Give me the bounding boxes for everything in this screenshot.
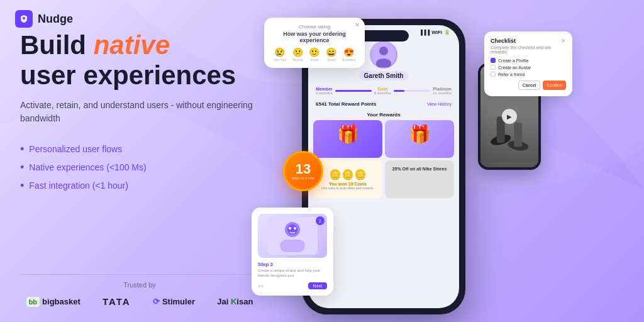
rating-popup: ✕ Choose rating How was your ordering ex… bbox=[264, 18, 365, 68]
profile-name: Gareth Smith bbox=[359, 71, 409, 80]
reward-card-gift-2: 🎁 bbox=[385, 120, 454, 158]
svg-point-3 bbox=[379, 47, 388, 55]
total-points: 6541 Total Reward Points bbox=[316, 101, 376, 107]
checklist-item-1: Create a Profile bbox=[491, 58, 566, 63]
feature-1: Personalized user flows bbox=[20, 143, 259, 156]
svg-rect-7 bbox=[280, 240, 305, 252]
streak-badge: 13 days in a row bbox=[283, 151, 323, 191]
reward-card-gift-1: 🎁 bbox=[313, 120, 382, 158]
coins-label: You won 10 Coins bbox=[329, 182, 367, 186]
progress-fill-1 bbox=[335, 90, 372, 92]
checkbox-3[interactable] bbox=[491, 72, 496, 77]
rewards-section: Your Rewards 🎁 🎁 🪙🪙🪙 You won 10 Coins Us… bbox=[308, 109, 459, 201]
view-history-link[interactable]: View History bbox=[427, 102, 452, 106]
rewards-title: Your Rewards bbox=[313, 112, 454, 118]
trusted-label: Trusted by bbox=[20, 274, 259, 289]
checklist-title: Checklist bbox=[491, 38, 516, 44]
checkbox-2[interactable] bbox=[491, 65, 496, 70]
emoji-excellent[interactable]: 😍 Excellent bbox=[343, 47, 355, 62]
step-image: 2 bbox=[258, 214, 327, 258]
progress-steps: Member 3 months Gold 6 months Platinum bbox=[316, 87, 452, 95]
avatar bbox=[370, 41, 397, 69]
gift-icon-1: 🎁 bbox=[337, 124, 359, 145]
svg-point-9 bbox=[289, 227, 291, 230]
play-button[interactable]: ▶ bbox=[502, 109, 517, 124]
brand-stimuler: ⟳ Stimuler bbox=[153, 297, 195, 306]
left-content: Build native user experiences Activate, … bbox=[20, 30, 259, 213]
checklist-item-2: Create an Avatar bbox=[491, 65, 566, 70]
headline-build: Build bbox=[20, 30, 86, 60]
svg-rect-16 bbox=[514, 123, 522, 147]
progress-line-2 bbox=[394, 90, 430, 92]
headline-native: native bbox=[94, 30, 170, 60]
gift-icon-2: 🎁 bbox=[409, 124, 431, 145]
step-member: Member 3 months bbox=[316, 87, 333, 95]
rating-choose-label: Choose rating bbox=[270, 24, 358, 30]
checklist-popup: Checklist ✕ Complete the checklist and w… bbox=[484, 31, 572, 96]
checklist-item-3: Refer a friend bbox=[491, 72, 566, 77]
progress-section: Member 3 months Gold 6 months Platinum bbox=[308, 84, 459, 99]
brand-name: Nudge bbox=[38, 13, 73, 26]
feature-2: Native experiences (<100 Ms) bbox=[20, 161, 259, 174]
header: Nudge bbox=[15, 10, 73, 28]
step-number-label: Step 2 bbox=[258, 262, 327, 267]
checklist-subtitle: Complete the checklist and win rewards! bbox=[491, 45, 566, 54]
rating-close-button[interactable]: ✕ bbox=[355, 21, 360, 28]
cancel-button[interactable]: Cancel bbox=[518, 80, 541, 90]
phone-notch bbox=[358, 30, 409, 42]
brand-jaikisan: Jai Kisan bbox=[217, 297, 253, 306]
step-platinum: Platinum 11 months bbox=[433, 87, 452, 95]
streak-label: days in a row bbox=[292, 176, 314, 180]
reward-card-nike: 25% Off on all Nike Stores bbox=[385, 160, 454, 198]
step-footer: 2/4 Next bbox=[258, 282, 327, 289]
brand-bigbasket: bb bigbasket bbox=[26, 297, 80, 307]
trusted-by-section: Trusted by bb bigbasket TATA ⟳ Stimuler … bbox=[20, 274, 259, 307]
emoji-very-bad[interactable]: 😢 Very Bad bbox=[274, 47, 286, 62]
step-gold: Gold 6 months bbox=[374, 87, 391, 95]
rewards-points-bar: 6541 Total Reward Points View History bbox=[308, 99, 459, 109]
step-card-popup: 2 Step 2 Create a unique avatar and help… bbox=[252, 208, 333, 296]
rating-emojis: 😢 Very Bad 😕 Neutral 🙂 Good 😄 Great 😍 Ex… bbox=[270, 47, 358, 62]
emoji-great[interactable]: 😄 Great bbox=[326, 47, 336, 62]
headline: Build native user experiences bbox=[20, 30, 259, 91]
checklist-actions: Cancel Confirm bbox=[491, 80, 566, 90]
svg-point-1 bbox=[23, 17, 25, 19]
headline-rest: user experiences bbox=[20, 60, 236, 90]
emoji-good[interactable]: 🙂 Good bbox=[309, 47, 319, 62]
step-description: Create a unique avatar and help your fri… bbox=[258, 269, 327, 279]
checkbox-1[interactable] bbox=[491, 58, 496, 63]
streak-circle: 13 days in a row bbox=[283, 151, 323, 191]
progress-line-1 bbox=[335, 90, 372, 92]
step-indicator: 2 bbox=[316, 216, 325, 225]
feature-3: Fast integration (<1 hour) bbox=[20, 179, 259, 192]
rewards-grid: 🎁 🎁 🪙🪙🪙 You won 10 Coins Use coins to av… bbox=[313, 120, 454, 198]
progress-fill-2 bbox=[394, 90, 404, 92]
streak-count: 13 bbox=[296, 162, 311, 176]
status-icons: ▐▐▐ WiFi 🔋 bbox=[419, 30, 450, 35]
features-list: Personalized user flows Native experienc… bbox=[20, 143, 259, 192]
step-pagination: 2/4 bbox=[258, 284, 263, 288]
emoji-neutral[interactable]: 😕 Neutral bbox=[292, 47, 303, 62]
rating-question: How was your ordering experience bbox=[270, 31, 358, 43]
subheadline: Activate, retain, and understand users -… bbox=[20, 99, 259, 125]
phone-mockup-area: ✕ Choose rating How was your ordering ex… bbox=[277, 13, 491, 314]
reward-card-coins: 🪙🪙🪙 You won 10 Coins Use coins to avail … bbox=[313, 160, 382, 198]
brand-logos: bb bigbasket TATA ⟳ Stimuler Jai Kisan bbox=[20, 296, 259, 307]
confirm-button[interactable]: Confirm bbox=[543, 80, 566, 90]
nike-offer-text: 25% Off on all Nike Stores bbox=[390, 164, 450, 174]
checklist-header: Checklist ✕ bbox=[491, 38, 566, 44]
brand-tata: TATA bbox=[103, 296, 131, 307]
svg-point-10 bbox=[294, 227, 296, 230]
checklist-close-button[interactable]: ✕ bbox=[561, 38, 566, 44]
coins-desc: Use coins to avail offers and rewards. bbox=[321, 186, 374, 190]
step-next-button[interactable]: Next bbox=[308, 282, 327, 289]
logo-icon bbox=[15, 10, 33, 28]
